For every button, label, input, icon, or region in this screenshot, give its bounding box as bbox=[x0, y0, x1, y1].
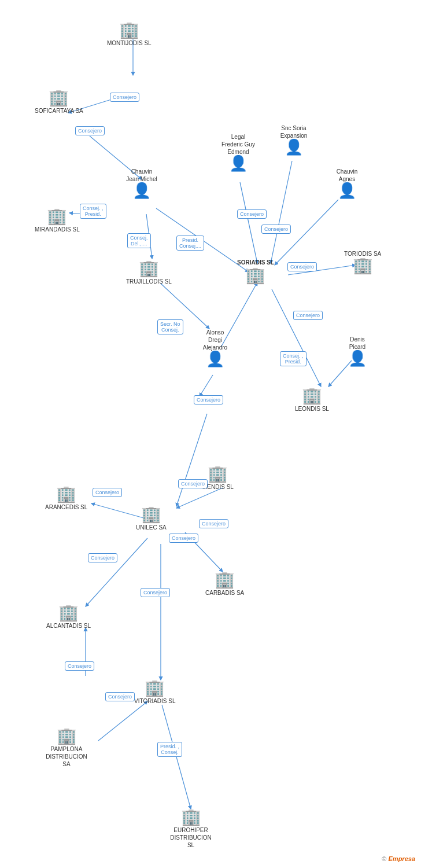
badge-presid-consej-2[interactable]: Presid. ,Consej. bbox=[157, 742, 182, 757]
leondis-icon: 🏢 bbox=[302, 388, 322, 404]
carbadis-icon: 🏢 bbox=[215, 572, 235, 588]
eurohiper-label: EUROHIPERDISTRIBUCION SL bbox=[168, 826, 214, 849]
unilec-icon: 🏢 bbox=[141, 506, 161, 523]
chauvin-jean-node: ChauvinJean Michel 👤 bbox=[119, 167, 165, 198]
svg-line-14 bbox=[176, 414, 207, 506]
alcantadis-icon: 🏢 bbox=[58, 605, 79, 621]
badge-consejero-12[interactable]: Consejero bbox=[88, 553, 117, 562]
trujillodis-node: 🏢 TRUJILLODIS SL bbox=[126, 260, 172, 285]
badge-consej-del[interactable]: Consej.Del.,.... bbox=[127, 233, 151, 248]
snc-soria-label: Snc SoriaExpansion bbox=[271, 124, 317, 139]
denis-picard-node: DenisPicard 👤 bbox=[334, 334, 381, 366]
alcantadis-node: 🏢 ALCANTADIS SL bbox=[46, 605, 91, 630]
unilec-node: 🏢 UNILEC SA bbox=[136, 506, 167, 531]
carbadis-node: 🏢 CARBADIS SA bbox=[205, 572, 244, 597]
badge-consej-presid-1[interactable]: Consej. ,Presid. bbox=[80, 204, 106, 219]
chauvin-agnes-person-icon: 👤 bbox=[338, 183, 356, 198]
chauvin-agnes-label: ChauvinAgnes bbox=[324, 168, 370, 183]
montijodis-icon: 🏢 bbox=[119, 22, 139, 38]
snc-soria-node: Snc SoriaExpansion 👤 bbox=[271, 123, 317, 155]
legal-frederic-person-icon: 👤 bbox=[229, 156, 248, 171]
mirandadis-node: 🏢 MIRANDADIS SL bbox=[35, 208, 80, 233]
trujillodis-icon: 🏢 bbox=[139, 260, 159, 277]
badge-presid-consej[interactable]: Presid.Consej.... bbox=[176, 236, 204, 251]
vitoriadis-node: 🏢 VITORIADIS SL bbox=[134, 680, 176, 705]
toriodis-node: TORIODIS SA 🏢 bbox=[344, 249, 381, 274]
badge-consejero-8[interactable]: Consejero bbox=[178, 479, 208, 488]
alcantadis-label: ALCANTADIS SL bbox=[46, 622, 91, 630]
svg-line-18 bbox=[86, 538, 147, 606]
svg-line-6 bbox=[271, 161, 292, 263]
badge-consejero-3[interactable]: Consejero bbox=[237, 209, 267, 219]
chauvin-jean-label: ChauvinJean Michel bbox=[119, 168, 165, 183]
soficartaya-icon: 🏢 bbox=[49, 90, 69, 106]
soriadis-title: SORIADIS SL bbox=[237, 259, 274, 266]
brand-name: Empresa bbox=[389, 855, 415, 862]
denis-picard-person-icon: 👤 bbox=[348, 351, 367, 366]
pamplona-label: PAMPLONADISTRIBUCION SA bbox=[43, 745, 90, 768]
legal-frederic-node: LegalFrederic GuyEdmond 👤 bbox=[215, 132, 261, 171]
badge-consejero-10[interactable]: Consejero bbox=[199, 519, 228, 528]
leondis-node: 🏢 LEONDIS SL bbox=[295, 388, 329, 413]
badge-consej-presid-2[interactable]: Consej. ,Presid. bbox=[280, 351, 306, 366]
mirandadis-icon: 🏢 bbox=[47, 208, 67, 225]
badge-consejero-7[interactable]: Consejero bbox=[194, 395, 223, 404]
carbadis-label: CARBADIS SA bbox=[205, 589, 244, 597]
badge-consejero-9[interactable]: Consejero bbox=[93, 488, 122, 497]
svg-line-5 bbox=[240, 182, 257, 263]
alonso-person-icon: 👤 bbox=[206, 351, 224, 366]
svg-line-22 bbox=[162, 705, 191, 809]
badge-consejero-1[interactable]: Consejero bbox=[110, 93, 139, 102]
badge-consejero-2[interactable]: Consejero bbox=[75, 126, 105, 135]
badge-consejero-5[interactable]: Consejero bbox=[287, 262, 317, 271]
soriadis-node[interactable]: SORIADIS SL 🏢 bbox=[237, 258, 274, 284]
badge-consejero-15[interactable]: Consejero bbox=[105, 692, 135, 701]
soficartaya-node: 🏢 SOFICARTAYA SA bbox=[35, 90, 83, 115]
trujillodis-label: TRUJILLODIS SL bbox=[126, 278, 172, 285]
badge-secr-no[interactable]: Secr. NoConsej. bbox=[157, 319, 183, 334]
pamplona-node: 🏢 PAMPLONADISTRIBUCION SA bbox=[43, 728, 90, 768]
legal-frederic-label: LegalFrederic GuyEdmond bbox=[215, 133, 261, 156]
svg-line-21 bbox=[98, 701, 147, 741]
arancedis-icon: 🏢 bbox=[56, 486, 76, 502]
badge-consejero-13[interactable]: Consejero bbox=[141, 588, 170, 597]
mirandadis-label: MIRANDADIS SL bbox=[35, 226, 80, 233]
alonso-label: AlonsoDregiAlejandro bbox=[192, 329, 238, 351]
alonso-node: AlonsoDregiAlejandro 👤 bbox=[192, 328, 238, 366]
eurohiper-icon: 🏢 bbox=[181, 809, 201, 825]
toriodis-icon: 🏢 bbox=[353, 258, 373, 274]
badge-consejero-11[interactable]: Consejero bbox=[169, 534, 198, 543]
soficartaya-label: SOFICARTAYA SA bbox=[35, 107, 83, 115]
pamplona-icon: 🏢 bbox=[57, 728, 77, 744]
denis-picard-label: DenisPicard bbox=[334, 336, 381, 351]
svg-line-15 bbox=[176, 488, 223, 508]
vitoriadis-label: VITORIADIS SL bbox=[134, 697, 176, 705]
arancedis-label: ARANCEDIS SL bbox=[45, 503, 87, 511]
copyright: © Empresa bbox=[382, 855, 415, 862]
badge-consejero-6[interactable]: Consejero bbox=[293, 311, 323, 320]
chauvin-agnes-node: ChauvinAgnes 👤 bbox=[324, 167, 370, 198]
eurohiper-node: 🏢 EUROHIPERDISTRIBUCION SL bbox=[168, 809, 214, 849]
svg-line-9 bbox=[272, 289, 321, 387]
leondis-label: LEONDIS SL bbox=[295, 405, 329, 413]
soriadis-icon: 🏢 bbox=[245, 267, 265, 284]
snc-soria-person-icon: 👤 bbox=[285, 139, 303, 155]
badge-consejero-4[interactable]: Consejero bbox=[261, 225, 291, 234]
vitoriadis-icon: 🏢 bbox=[145, 680, 165, 696]
montijodis-node: 🏢 MONTIJODIS SL bbox=[107, 22, 152, 47]
montijodis-label: MONTIJODIS SL bbox=[107, 39, 152, 47]
arancedis-node: 🏢 ARANCEDIS SL bbox=[45, 486, 87, 511]
unilec-label: UNILEC SA bbox=[136, 524, 167, 531]
chauvin-jean-person-icon: 👤 bbox=[132, 183, 151, 198]
mendis-icon: 🏢 bbox=[208, 466, 228, 482]
svg-line-13 bbox=[200, 375, 213, 396]
badge-consejero-14[interactable]: Consejero bbox=[65, 661, 94, 671]
